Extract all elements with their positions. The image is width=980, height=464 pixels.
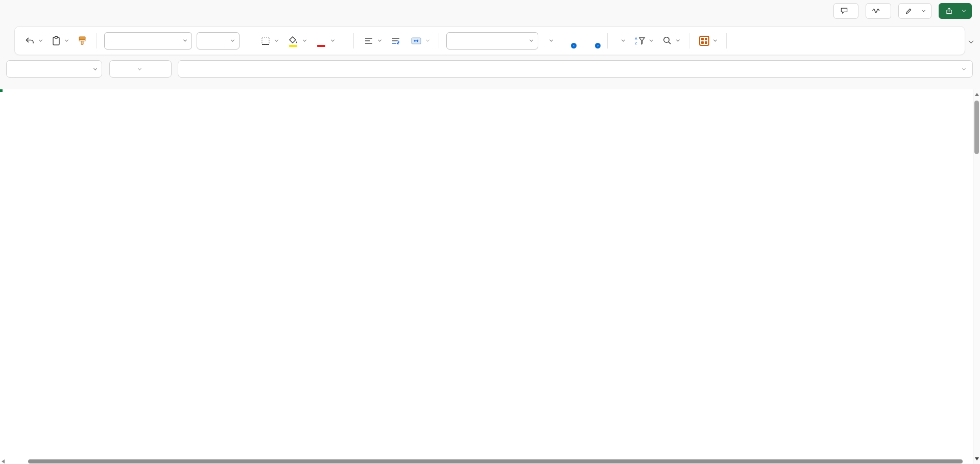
search-icon — [662, 36, 672, 45]
font-color-swatch — [317, 45, 325, 47]
font-size-combo[interactable] — [197, 32, 240, 50]
svg-text:A: A — [635, 37, 637, 40]
merge-cells-button[interactable] — [408, 34, 432, 47]
spreadsheet-grid — [0, 89, 973, 464]
chevron-down-icon — [378, 38, 381, 42]
menu-bar — [0, 0, 980, 21]
divider — [689, 33, 689, 48]
divider — [353, 33, 354, 48]
font-name-combo[interactable] — [104, 32, 192, 50]
formula-controls — [109, 60, 172, 78]
fill-color-swatch — [289, 45, 297, 47]
decrease-decimal-icon: ‹ — [562, 35, 573, 46]
selected-cell-outline — [0, 89, 2, 91]
format-as-table-button[interactable] — [697, 34, 719, 48]
formula-input[interactable] — [178, 60, 973, 78]
fill-handle[interactable] — [0, 89, 3, 92]
align-icon — [364, 36, 374, 45]
chevron-down-icon — [65, 38, 68, 42]
chevron-down-icon — [231, 38, 234, 42]
divider — [97, 33, 97, 48]
comments-button[interactable] — [833, 3, 858, 19]
ribbon-overflow-button[interactable] — [734, 39, 739, 43]
divider — [607, 33, 608, 48]
borders-icon — [260, 36, 271, 46]
chevron-down-icon — [713, 38, 717, 42]
scroll-down-arrow-icon[interactable] — [975, 457, 979, 460]
sort-filter-button[interactable]: AZ — [632, 33, 655, 48]
clipboard-icon — [52, 36, 61, 46]
find-button[interactable] — [660, 34, 682, 47]
paintbrush-icon — [78, 36, 87, 46]
wrap-text-button[interactable] — [388, 34, 403, 47]
autosum-button[interactable] — [615, 37, 627, 44]
formula-bar-expand-icon[interactable] — [962, 66, 966, 70]
number-format-combo[interactable] — [446, 32, 538, 50]
chevron-down-icon — [183, 38, 187, 42]
scroll-left-arrow-icon[interactable] — [2, 459, 5, 463]
share-icon — [945, 7, 953, 15]
chevron-down-icon — [650, 38, 653, 42]
divider — [726, 33, 727, 48]
bold-button[interactable] — [244, 39, 253, 43]
chevron-down-icon — [962, 8, 966, 12]
svg-text:Z: Z — [635, 41, 637, 45]
merge-cells-icon — [411, 36, 422, 45]
pencil-icon — [905, 7, 913, 15]
chevron-down-icon — [676, 38, 680, 42]
chevron-down-icon — [530, 38, 533, 42]
chevron-down-icon — [93, 66, 97, 70]
quick-actions — [833, 3, 980, 19]
font-color-button[interactable] — [313, 33, 337, 48]
ribbon-collapse-chevron-icon[interactable] — [969, 38, 974, 43]
share-button[interactable] — [939, 3, 972, 19]
decrease-decimal-button[interactable]: ‹ — [560, 33, 576, 48]
undo-icon — [25, 36, 35, 46]
catch-up-icon — [872, 7, 881, 14]
undo-button[interactable] — [22, 34, 44, 48]
name-box[interactable] — [6, 60, 102, 78]
wrap-text-icon — [391, 36, 401, 45]
sort-filter-icon: AZ — [634, 35, 646, 46]
chevron-down-icon — [138, 66, 141, 70]
increase-decimal-button[interactable]: › — [581, 33, 600, 48]
fill-color-button[interactable] — [285, 33, 308, 48]
vertical-scrollbar-thumb[interactable] — [974, 101, 979, 154]
chevron-down-icon — [622, 38, 625, 42]
catch-up-button[interactable] — [866, 3, 891, 19]
chevron-down-icon — [303, 38, 306, 42]
chevron-down-icon — [39, 38, 42, 42]
format-painter-button[interactable] — [75, 34, 89, 48]
ribbon-toolbar: ‹ › AZ — [14, 26, 965, 55]
borders-button[interactable] — [258, 34, 280, 48]
vertical-scrollbar[interactable] — [973, 89, 980, 464]
font-group-more-button[interactable] — [341, 39, 346, 43]
chevron-down-icon — [275, 38, 278, 42]
chevron-down-icon — [426, 38, 429, 42]
chevron-down-icon — [922, 8, 925, 12]
increase-decimal-icon: › — [583, 35, 597, 46]
chevron-down-icon — [549, 38, 553, 42]
editing-mode-button[interactable] — [898, 3, 931, 19]
comment-icon — [840, 7, 848, 15]
divider — [439, 33, 439, 48]
font-color-icon — [316, 35, 327, 46]
align-button[interactable] — [361, 34, 384, 47]
currency-format-button[interactable] — [543, 37, 555, 44]
paint-bucket-icon — [288, 35, 299, 46]
horizontal-scrollbar-thumb[interactable] — [28, 459, 963, 463]
formula-bar — [0, 59, 980, 83]
table-grid-icon — [699, 36, 709, 46]
chevron-down-icon — [331, 38, 334, 42]
scroll-up-arrow-icon[interactable] — [975, 93, 979, 96]
paste-button[interactable] — [49, 34, 70, 48]
